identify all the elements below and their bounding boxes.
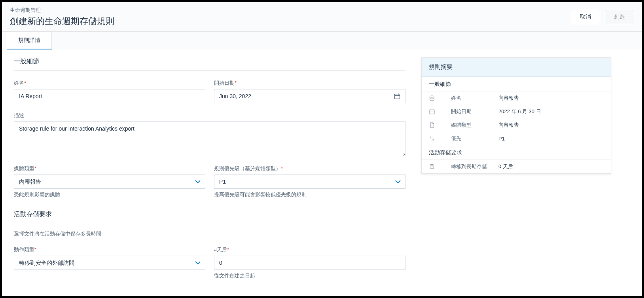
svg-point-4 — [430, 96, 434, 97]
storage-sub-label: 選擇文件將在活動存儲中保存多長時間 — [14, 230, 405, 237]
start-date-label: 開始日期* — [214, 80, 405, 87]
summary-panel: 規則摘要 一般細節 姓名 內審報告 開始日期 2022 年 6 月 30 日 — [421, 57, 611, 296]
priority-hint: 提高優先級可能會影響較低優先級的規則 — [214, 191, 405, 198]
breadcrumb: 生命週期管理 — [10, 7, 114, 14]
days-hint: 從文件創建之日起 — [214, 272, 405, 279]
days-label: #天后* — [214, 246, 405, 253]
action-type-select[interactable]: 轉移到安全的外部訪問 — [14, 256, 205, 270]
svg-rect-5 — [430, 110, 434, 114]
media-type-hint: 受此規則影響的媒體 — [14, 191, 205, 198]
days-input[interactable] — [214, 256, 405, 270]
summary-row-name: 姓名 內審報告 — [422, 91, 611, 105]
priority-select[interactable]: P1 — [214, 175, 405, 189]
page-header: 生命週期管理 創建新的生命週期存儲規則 取消 創造 — [2, 2, 642, 32]
storage-icon — [429, 95, 439, 101]
tab-rule-details[interactable]: 規則詳情 — [7, 32, 52, 49]
summary-general-label: 一般細節 — [422, 77, 611, 91]
svg-text:1: 1 — [432, 136, 433, 139]
svg-rect-11 — [431, 165, 433, 166]
section-storage-title: 活動存儲要求 — [14, 210, 405, 218]
media-type-label: 媒體類型* — [14, 165, 205, 172]
section-general-title: 一般細節 — [14, 57, 405, 71]
svg-text:2: 2 — [432, 139, 433, 141]
cancel-button[interactable]: 取消 — [571, 10, 600, 24]
calendar-icon — [429, 108, 439, 115]
summary-title: 規則摘要 — [422, 58, 611, 77]
summary-row-date: 開始日期 2022 年 6 月 30 日 — [422, 105, 611, 118]
summary-row-media: 媒體類型 內審報告 — [422, 118, 611, 132]
form-main: 一般細節 姓名* 開始日期* — [2, 49, 417, 296]
summary-row-priority: 12 優先 P1 — [422, 132, 611, 145]
create-button[interactable]: 創造 — [605, 10, 634, 24]
description-label: 描述 — [14, 112, 405, 119]
start-date-input[interactable] — [214, 89, 405, 103]
priority-label: 規則優先級（基於媒體類型）* — [214, 165, 405, 172]
description-textarea[interactable] — [14, 121, 405, 156]
action-type-label: 動作類型* — [14, 246, 205, 253]
document-icon — [429, 122, 439, 128]
media-type-select[interactable]: 內審報告 — [14, 175, 205, 189]
summary-row-transfer: 轉移到長期存儲 0 天后 — [422, 160, 611, 173]
page-title: 創建新的生命週期存儲規則 — [10, 15, 114, 27]
svg-rect-12 — [431, 167, 433, 169]
tabs-bar: 規則詳情 — [2, 32, 642, 49]
priority-icon: 12 — [429, 135, 439, 142]
save-icon — [429, 163, 439, 170]
name-label: 姓名* — [14, 80, 205, 87]
summary-storage-label: 活動存儲要求 — [422, 145, 611, 160]
name-input[interactable] — [14, 89, 205, 103]
